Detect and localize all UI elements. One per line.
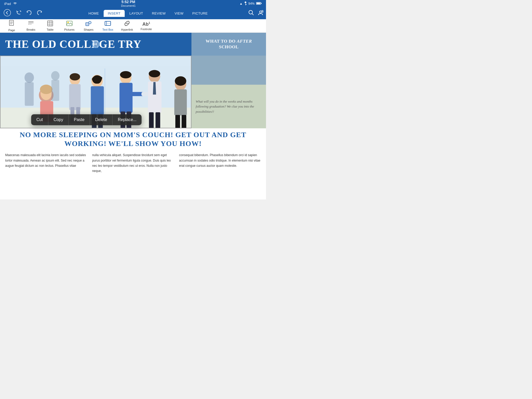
svg-rect-56 <box>156 112 160 128</box>
svg-rect-59 <box>174 89 187 115</box>
svg-point-63 <box>24 72 34 83</box>
svg-line-5 <box>252 14 254 15</box>
svg-point-41 <box>70 73 80 81</box>
side-panel: What will you do in the weeks and months… <box>191 56 266 128</box>
toolbar-tabs: HOME INSERT LAYOUT REVIEW VIEW PICTURE <box>48 10 248 17</box>
tab-insert[interactable]: INSERT <box>104 10 125 17</box>
header-banner: THE OLD COLLEGE TRY WHAT TO DO AFTERSCHO… <box>0 33 266 56</box>
svg-rect-64 <box>25 82 34 106</box>
svg-rect-38 <box>69 84 81 110</box>
tab-picture[interactable]: PICTURE <box>188 10 212 17</box>
svg-rect-60 <box>175 115 180 128</box>
main-toolbar: HOME INSERT LAYOUT REVIEW VIEW PICTURE <box>0 7 266 19</box>
header-title: THE OLD COLLEGE TRY <box>5 38 141 50</box>
shapes-icon <box>85 21 92 28</box>
ribbon: Page Breaks Table <box>0 19 266 33</box>
body-column-3: consequat bibendum. Phasellus bibendum o… <box>179 152 261 174</box>
svg-rect-47 <box>119 83 132 113</box>
ribbon-breaks[interactable]: Breaks <box>24 21 37 31</box>
svg-point-62 <box>175 76 186 86</box>
toolbar-right-icons <box>248 10 263 17</box>
breaks-icon <box>28 21 34 28</box>
ribbon-textbox-label: Text Box <box>102 28 113 31</box>
context-paste[interactable]: Paste <box>69 114 90 125</box>
svg-marker-54 <box>153 82 156 95</box>
ribbon-pictures-label: Pictures <box>64 28 75 31</box>
carrier-label: iPad <box>4 2 11 6</box>
svg-point-23 <box>68 22 69 23</box>
svg-point-3 <box>4 9 11 16</box>
svg-point-25 <box>89 21 91 24</box>
svg-rect-22 <box>66 21 72 26</box>
battery-label: 94% <box>248 2 255 5</box>
tab-home[interactable]: HOME <box>84 10 103 17</box>
tab-review[interactable]: REVIEW <box>148 10 170 17</box>
ribbon-hyperlink[interactable]: Hyperlink <box>121 21 134 31</box>
svg-point-36 <box>40 85 52 94</box>
ribbon-footnote[interactable]: Ab1 Footnote <box>140 21 153 31</box>
ribbon-shapes[interactable]: Shapes <box>82 21 95 31</box>
tab-view[interactable]: VIEW <box>170 10 188 17</box>
svg-rect-24 <box>86 23 89 26</box>
pictures-icon <box>66 21 72 28</box>
svg-rect-43 <box>91 86 104 115</box>
header-subtitle: WHAT TO DO AFTERSCHOOL <box>206 38 252 50</box>
textbox-icon <box>105 21 111 28</box>
ribbon-hyperlink-label: Hyperlink <box>121 28 133 31</box>
context-replace[interactable]: Replace... <box>112 114 142 125</box>
bluetooth-icon <box>244 1 247 6</box>
svg-point-65 <box>51 71 59 81</box>
svg-rect-55 <box>149 112 154 128</box>
user-button[interactable] <box>258 10 263 17</box>
ribbon-page[interactable]: Page <box>5 20 18 32</box>
svg-line-29 <box>126 23 128 24</box>
side-panel-bottom: What will you do in the weeks and months… <box>191 85 266 128</box>
context-cut[interactable]: Cut <box>31 114 48 125</box>
status-center: 5:52 PM Document1 <box>121 0 136 8</box>
back-button[interactable] <box>3 9 12 18</box>
doc-name: Document1 <box>121 4 136 8</box>
body-column-2: nulla vehicula aliquet. Suspendisse tinc… <box>92 152 174 174</box>
time-display: 5:52 PM <box>122 0 135 4</box>
headline-text: NO MORE SLEEPING ON MOM'S COUCH! GET OUT… <box>5 130 261 148</box>
ribbon-table-label: Table <box>47 28 54 31</box>
battery-icon <box>256 2 262 6</box>
ribbon-pictures[interactable]: Pictures <box>63 21 76 31</box>
headline-section: NO MORE SLEEPING ON MOM'S COUCH! GET OUT… <box>0 128 266 149</box>
redo-button[interactable] <box>35 9 44 18</box>
svg-point-4 <box>249 10 252 14</box>
document-area: THE OLD COLLEGE TRY WHAT TO DO AFTERSCHO… <box>0 33 266 200</box>
page-icon <box>9 20 15 28</box>
undo2-button[interactable] <box>14 9 23 18</box>
svg-rect-61 <box>182 115 186 128</box>
location-icon: ▲ <box>240 2 243 5</box>
body-text-area: Maecenas malesuada elit lacinia lorem ia… <box>0 149 266 174</box>
header-right-area: WHAT TO DO AFTERSCHOOL <box>191 33 266 56</box>
status-bar: iPad 5:52 PM Document1 ▲ 94% <box>0 0 266 7</box>
ribbon-table[interactable]: Table <box>44 21 57 31</box>
document-page: THE OLD COLLEGE TRY WHAT TO DO AFTERSCHO… <box>0 33 266 200</box>
svg-rect-2 <box>257 3 260 4</box>
ribbon-footnote-label: Footnote <box>141 28 152 31</box>
search-button[interactable] <box>248 10 254 17</box>
context-menu: Cut Copy Paste Delete Replace... <box>31 114 142 125</box>
ribbon-breaks-label: Breaks <box>26 28 35 31</box>
status-left: iPad <box>4 2 17 6</box>
tab-layout[interactable]: LAYOUT <box>125 10 147 17</box>
svg-rect-68 <box>1 56 191 66</box>
svg-rect-1 <box>261 3 262 4</box>
side-panel-top <box>191 56 266 85</box>
header-title-area: THE OLD COLLEGE TRY <box>0 33 191 56</box>
svg-rect-66 <box>51 80 59 101</box>
context-copy[interactable]: Copy <box>48 114 69 125</box>
ribbon-shapes-label: Shapes <box>84 28 93 31</box>
status-right: ▲ 94% <box>240 1 262 6</box>
toolbar-nav <box>3 9 44 18</box>
ribbon-textbox[interactable]: Text Box <box>101 21 114 31</box>
side-panel-text: What will you do in the weeks and months… <box>196 99 262 114</box>
footnote-icon: Ab1 <box>142 21 150 27</box>
undo-button[interactable] <box>25 9 33 18</box>
svg-point-50 <box>120 71 131 78</box>
context-delete[interactable]: Delete <box>90 114 112 125</box>
rotate-handle[interactable] <box>92 40 100 48</box>
